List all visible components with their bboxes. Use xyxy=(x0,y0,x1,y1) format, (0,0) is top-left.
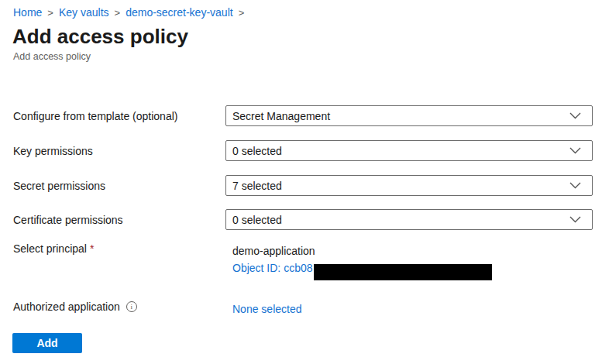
field-label-certificate-permissions: Certificate permissions xyxy=(13,214,123,226)
secret-permissions-dropdown[interactable]: 7 selected xyxy=(225,175,593,196)
configure-from-template-dropdown[interactable]: Secret Management xyxy=(225,105,593,126)
chevron-down-icon xyxy=(569,216,581,223)
breadcrumb-demo-secret-key-vault[interactable]: demo-secret-key-vault xyxy=(126,6,233,19)
required-asterisk: * xyxy=(90,242,94,255)
breadcrumb-home[interactable]: Home xyxy=(13,6,42,19)
chevron-down-icon xyxy=(569,182,581,189)
selected-principal-object-id-link[interactable]: Object ID: ccb08 xyxy=(232,262,313,274)
field-label-configure-from-template: Configure from template (optional) xyxy=(13,110,177,122)
key-permissions-dropdown[interactable]: 0 selected xyxy=(225,140,593,161)
breadcrumb: Home>Key vaults>demo-secret-key-vault> xyxy=(13,6,249,19)
page-subtitle: Add access policy xyxy=(13,51,91,62)
add-access-policy-page: Home>Key vaults>demo-secret-key-vault> A… xyxy=(0,0,602,364)
chevron-down-icon xyxy=(569,147,581,154)
add-button[interactable]: Add xyxy=(12,333,82,353)
info-icon[interactable]: i xyxy=(126,301,137,312)
authorized-application-none-selected-link[interactable]: None selected xyxy=(232,303,302,315)
page-title: Add access policy xyxy=(12,25,188,49)
breadcrumb-separator: > xyxy=(115,7,121,19)
field-label-secret-permissions: Secret permissions xyxy=(13,180,105,192)
field-label-select-principal: Select principal* xyxy=(13,242,94,255)
dropdown-value: 0 selected xyxy=(232,214,563,226)
field-label-key-permissions: Key permissions xyxy=(13,145,93,157)
chevron-down-icon xyxy=(569,112,581,119)
select-principal-label-text: Select principal xyxy=(13,242,87,255)
dropdown-value: 0 selected xyxy=(232,145,563,157)
field-label-authorized-application: Authorized application i xyxy=(13,300,137,313)
selected-principal-name: demo-application xyxy=(232,245,315,257)
breadcrumb-separator: > xyxy=(47,7,53,19)
breadcrumb-separator: > xyxy=(239,7,245,19)
breadcrumb-key-vaults[interactable]: Key vaults xyxy=(59,6,109,19)
redaction-bar xyxy=(314,264,492,280)
dropdown-value: Secret Management xyxy=(232,110,563,122)
authorized-application-label-text: Authorized application xyxy=(13,300,120,313)
certificate-permissions-dropdown[interactable]: 0 selected xyxy=(225,209,593,230)
dropdown-value: 7 selected xyxy=(232,180,563,192)
